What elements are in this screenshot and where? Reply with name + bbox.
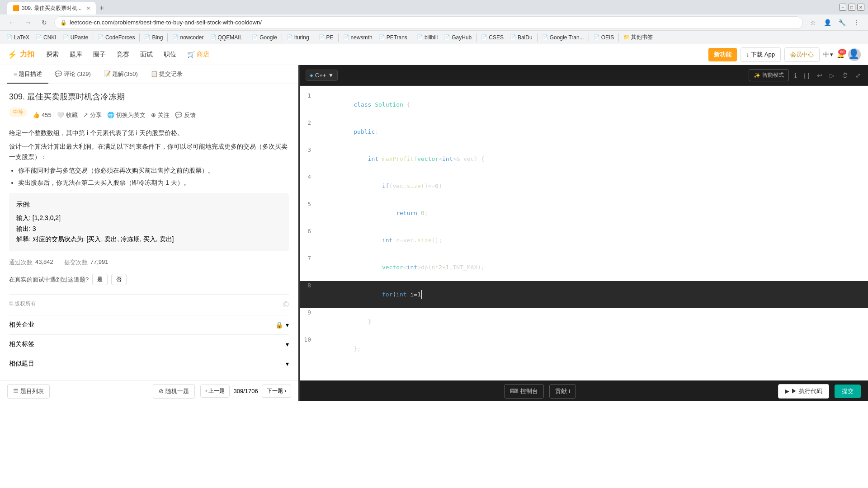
nav-store[interactable]: 🛒 商店 xyxy=(183,48,214,61)
bookmark-google[interactable]: 📄 Google xyxy=(249,33,280,42)
bookmark-oeis[interactable]: 📄 OEIS xyxy=(591,33,617,42)
tab-description[interactable]: ≡ 题目描述 xyxy=(7,66,48,84)
bookmark-label: CNKI xyxy=(43,34,57,41)
random-problem-btn[interactable]: ⊘ 随机一题 xyxy=(153,384,195,399)
ai-mode-btn[interactable]: ✨ 智能模式 xyxy=(749,69,789,81)
bookmark-qqemail[interactable]: 📄 QQEMAIL xyxy=(208,33,245,42)
bookmark-petrans[interactable]: 📄 PETrans xyxy=(376,33,410,42)
bookmark-baidu[interactable]: 📄 BaiDu xyxy=(507,33,535,42)
interview-no-btn[interactable]: 否 xyxy=(111,274,127,285)
vip-btn[interactable]: 会员中心 xyxy=(784,47,820,62)
translate-btn[interactable]: 🌐 切换为英文 xyxy=(107,111,146,119)
bookmark-star-btn[interactable]: ☆ xyxy=(807,16,819,29)
submit-btn[interactable]: 提交 xyxy=(835,385,861,398)
code-btn[interactable]: { } xyxy=(802,70,811,81)
bookmark-cses[interactable]: 📄 CSES xyxy=(478,33,506,42)
bookmark-codeforces[interactable]: 📄 CodeForces xyxy=(95,33,137,42)
line-content-10: }; xyxy=(318,335,868,362)
user-avatar[interactable]: 👤 xyxy=(848,48,861,61)
back-btn[interactable]: ← xyxy=(5,16,18,29)
example-explain: 解释: 对应的交易状态为: [买入, 卖出, 冷冻期, 买入, 卖出] xyxy=(16,234,282,245)
fullscreen-btn[interactable]: ⤢ xyxy=(854,70,863,81)
bookmark-gayhub[interactable]: 📄 GayHub xyxy=(441,33,474,42)
bookmark-icon: 📄 xyxy=(210,34,217,40)
bookmark-cnki[interactable]: 📄 CNKI xyxy=(33,33,59,42)
bookmark-ituring[interactable]: 📄 ituring xyxy=(284,33,312,42)
share-btn[interactable]: ↗ 分享 xyxy=(83,111,102,119)
bookmark-separator xyxy=(618,33,619,42)
refresh-btn[interactable]: ↻ xyxy=(38,16,51,29)
description-line2: 设计一个算法计算出最大利润。在满足以下约束条件下，你可以尽可能地完成更多的交易（… xyxy=(9,141,289,162)
forward-btn[interactable]: → xyxy=(22,16,34,29)
nav-interview[interactable]: 面试 xyxy=(136,48,157,61)
like-btn[interactable]: 👍 455 xyxy=(33,112,52,118)
lc-logo[interactable]: ⚡ 力扣 xyxy=(7,50,34,60)
related-company-section[interactable]: 相关企业 🔒 ▾ xyxy=(9,315,289,334)
new-feature-btn[interactable]: 新功能 xyxy=(708,48,737,61)
tab-solutions[interactable]: 📝 题解(350) xyxy=(97,66,144,84)
problem-list-btn[interactable]: ☰ 题目列表 xyxy=(7,384,50,399)
code-line-10: 10 }; xyxy=(300,335,868,362)
tab-close-btn[interactable]: ✕ xyxy=(86,5,90,11)
tab-submissions[interactable]: 📋 提交记录 xyxy=(144,66,189,84)
lang-btn[interactable]: 中 ▾ xyxy=(823,51,833,59)
bookmark-pe[interactable]: 📄 PE xyxy=(316,33,336,42)
nav-jobs[interactable]: 职位 xyxy=(159,48,181,61)
contribute-btn[interactable]: 贡献 i xyxy=(549,384,576,399)
undo-btn[interactable]: ↩ xyxy=(815,70,824,81)
problem-title: 309. 最佳买卖股票时机含冷冻期 xyxy=(9,91,289,102)
run-code-btn[interactable]: ▶ ▶ 执行代码 xyxy=(778,384,829,399)
console-btn[interactable]: ⌨ 控制台 xyxy=(504,384,544,399)
bookmark-nowcoder[interactable]: 📄 nowcoder xyxy=(170,33,206,42)
info-btn[interactable]: ℹ xyxy=(793,70,798,81)
bookmark-separator xyxy=(247,33,247,42)
nav-contest[interactable]: 竞赛 xyxy=(112,48,134,61)
similar-problem-section[interactable]: 相似题目 ▾ xyxy=(9,354,289,373)
run-shortcut-btn[interactable]: ▷ xyxy=(828,70,836,81)
nav-problems[interactable]: 题库 xyxy=(65,48,87,61)
tab-comments[interactable]: 💬 评论 (329) xyxy=(48,66,97,84)
bookmark-others[interactable]: 📁 其他书签 xyxy=(621,33,656,42)
line-content-9: } xyxy=(318,308,868,335)
minimize-btn[interactable]: － xyxy=(839,4,846,11)
bookmark-icon: 📄 xyxy=(98,34,104,40)
bookmark-upaste[interactable]: 📄 UPaste xyxy=(60,33,91,42)
browser-profile-btn[interactable]: 👤 xyxy=(821,16,834,29)
favorite-btn[interactable]: 🤍 收藏 xyxy=(57,111,78,119)
prev-problem-btn[interactable]: ‹ 上一题 xyxy=(200,385,230,398)
notification-btn[interactable]: 🔔 66 xyxy=(837,51,844,58)
bookmark-latex[interactable]: 📄 LaTeX xyxy=(4,33,32,42)
address-bar: ← → ↻ 🔒 leetcode-cn.com/problems/best-ti… xyxy=(0,14,868,31)
line-content-1: class Solution { xyxy=(318,91,868,118)
bookmark-google-tran[interactable]: 📄 Google Tran... xyxy=(539,33,587,42)
bookmark-newsmth[interactable]: 📄 newsmth xyxy=(340,33,375,42)
active-tab[interactable]: 🟧 309. 最佳买卖股票时机... ✕ xyxy=(7,2,96,14)
nav-circle[interactable]: 圈子 xyxy=(89,48,110,61)
next-problem-btn[interactable]: 下一题 › xyxy=(262,385,291,398)
feedback-btn[interactable]: 💬 反馈 xyxy=(175,111,196,119)
tab-description-icon: ≡ xyxy=(14,70,17,77)
close-btn[interactable]: ✕ xyxy=(857,4,864,11)
download-app-btn[interactable]: ↓ 下载 App xyxy=(741,47,781,62)
history-btn[interactable]: ⏱ xyxy=(840,70,850,81)
interview-yes-btn[interactable]: 是 xyxy=(92,274,108,285)
extensions-btn[interactable]: 🔧 xyxy=(835,16,848,29)
bookmark-bilibili[interactable]: 📄 bilibili xyxy=(414,33,440,42)
related-tag-section[interactable]: 相关标签 ▾ xyxy=(9,334,289,354)
follow-btn[interactable]: ⊕ 关注 xyxy=(151,111,170,119)
related-company-label: 相关企业 xyxy=(9,321,34,329)
language-selector[interactable]: ● C++ ▼ xyxy=(306,70,338,81)
maximize-btn[interactable]: □ xyxy=(848,4,855,11)
page-nav: ‹ 上一题 309/1706 下一题 › xyxy=(200,385,291,398)
submit-stat: 提交次数 77,991 xyxy=(64,258,108,267)
bookmark-bing[interactable]: 📄 Bing xyxy=(142,33,165,42)
code-editor[interactable]: 1 class Solution { 2 public: 3 int maxPr… xyxy=(300,86,868,380)
line-number-1: 1 xyxy=(300,91,318,100)
line-content-8: for(int i=1 xyxy=(318,281,868,308)
translate-icon: 🌐 xyxy=(107,112,114,118)
url-bar[interactable]: 🔒 leetcode-cn.com/problems/best-time-to-… xyxy=(54,16,803,29)
lc-nav: 探索 题库 圈子 竞赛 面试 职位 🛒 商店 xyxy=(42,48,214,61)
new-tab-btn[interactable]: + xyxy=(96,2,108,14)
browser-menu-btn[interactable]: ⋮ xyxy=(850,16,863,29)
nav-explore[interactable]: 探索 xyxy=(42,48,63,61)
